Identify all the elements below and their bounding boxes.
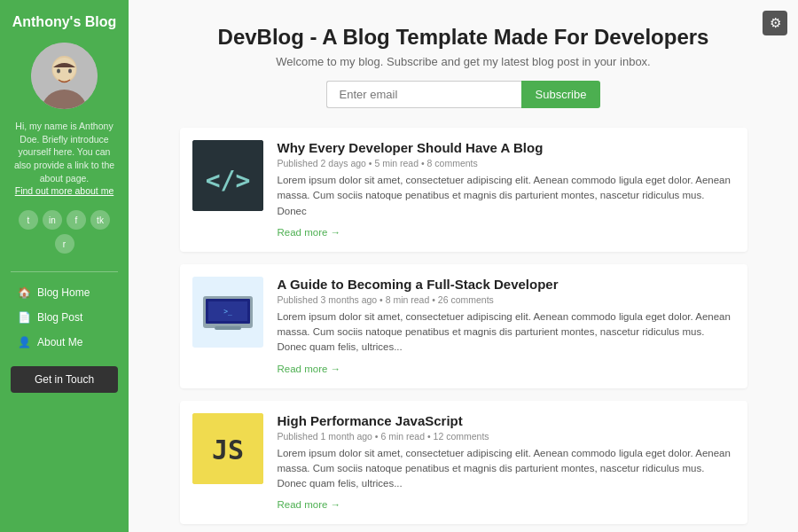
sidebar-item-blog-home[interactable]: 🏠 Blog Home [11, 281, 118, 304]
post-content-1: Why Every Developer Should Have A Blog P… [278, 140, 735, 239]
svg-text:JS: JS [211, 434, 243, 466]
sidebar-title: Anthony's Blog [12, 14, 117, 30]
post-thumbnail-3: JS [192, 413, 263, 484]
post-icon: 📄 [18, 311, 31, 324]
read-more-1[interactable]: Read more → [278, 227, 341, 238]
post-title-1: Why Every Developer Should Have A Blog [278, 140, 735, 155]
gear-icon: ⚙ [770, 15, 781, 31]
post-meta-1: Published 2 days ago • 5 min read • 8 co… [278, 158, 735, 168]
post-content-3: High Performance JavaScript Published 1 … [278, 413, 735, 512]
subscribe-button[interactable]: Subscribe [521, 81, 601, 108]
svg-rect-11 [215, 326, 241, 330]
user-icon: 👤 [18, 336, 31, 348]
read-more-3[interactable]: Read more → [278, 499, 341, 510]
post-meta-3: Published 1 month ago • 6 min read • 12 … [278, 431, 735, 442]
social-icons: t in f tk r [11, 210, 118, 254]
post-title-3: High Performance JavaScript [278, 413, 735, 428]
post-excerpt-1: Lorem ipsum dolor sit amet, consectetuer… [278, 173, 735, 219]
sidebar-item-about-me-label: About Me [37, 336, 82, 348]
post-thumbnail-1: </> [192, 140, 263, 211]
sidebar-nav: 🏠 Blog Home 📄 Blog Post 👤 About Me [11, 281, 118, 356]
sidebar-item-blog-post-label: Blog Post [37, 311, 82, 324]
read-more-2[interactable]: Read more → [278, 364, 341, 374]
post-list: </> Why Every Developer Should Have A Bl… [180, 128, 747, 532]
post-content-2: A Guide to Becoming a Full-Stack Develop… [278, 277, 735, 376]
subscribe-form: Subscribe [180, 81, 747, 108]
rss-icon[interactable]: r [55, 234, 74, 254]
subscribe-input[interactable] [326, 81, 521, 108]
post-excerpt-2: Lorem ipsum dolor sit amet, consectetuer… [278, 309, 735, 356]
sidebar-item-about-me[interactable]: 👤 About Me [11, 331, 118, 354]
blog-subtitle: Welcome to my blog. Subscribe and get my… [180, 55, 747, 68]
sidebar: Anthony's Blog Hi, my name is Anthony Do… [0, 0, 129, 532]
svg-point-5 [68, 69, 72, 74]
settings-button[interactable]: ⚙ [763, 11, 787, 35]
get-in-touch-button[interactable]: Get in Touch [11, 366, 118, 393]
table-row: >_ A Guide to Becoming a Full-Stack Deve… [180, 264, 747, 388]
svg-point-3 [53, 58, 76, 81]
svg-point-4 [57, 69, 60, 74]
blog-header: DevBlog - A Blog Template Made For Devel… [180, 25, 747, 108]
table-row: JS High Performance JavaScript Published… [180, 401, 747, 525]
linkedin-icon[interactable]: in [43, 210, 62, 230]
twitter-icon[interactable]: t [19, 210, 38, 230]
blog-main-title: DevBlog - A Blog Template Made For Devel… [180, 25, 747, 50]
about-link[interactable]: Find out more about me [15, 185, 113, 196]
home-icon: 🏠 [18, 286, 31, 299]
sidebar-item-blog-post[interactable]: 📄 Blog Post [11, 306, 118, 329]
main-content: ⚙ DevBlog - A Blog Template Made For Dev… [129, 0, 798, 532]
table-row: </> Why Every Developer Should Have A Bl… [180, 128, 747, 252]
post-meta-2: Published 3 months ago • 8 min read • 26… [278, 294, 735, 305]
sidebar-bio: Hi, my name is Anthony Doe. Briefly intr… [11, 120, 118, 198]
sidebar-divider [11, 271, 118, 272]
tiktok-icon[interactable]: tk [90, 210, 110, 230]
avatar [31, 43, 98, 109]
facebook-icon[interactable]: f [66, 210, 86, 230]
post-excerpt-3: Lorem ipsum dolor sit amet, consectetuer… [278, 446, 735, 492]
post-title-2: A Guide to Becoming a Full-Stack Develop… [278, 277, 735, 292]
sidebar-item-blog-home-label: Blog Home [37, 286, 90, 299]
svg-text:>_: >_ [223, 308, 232, 316]
post-thumbnail-2: >_ [192, 277, 263, 348]
svg-text:</>: </> [205, 166, 250, 195]
